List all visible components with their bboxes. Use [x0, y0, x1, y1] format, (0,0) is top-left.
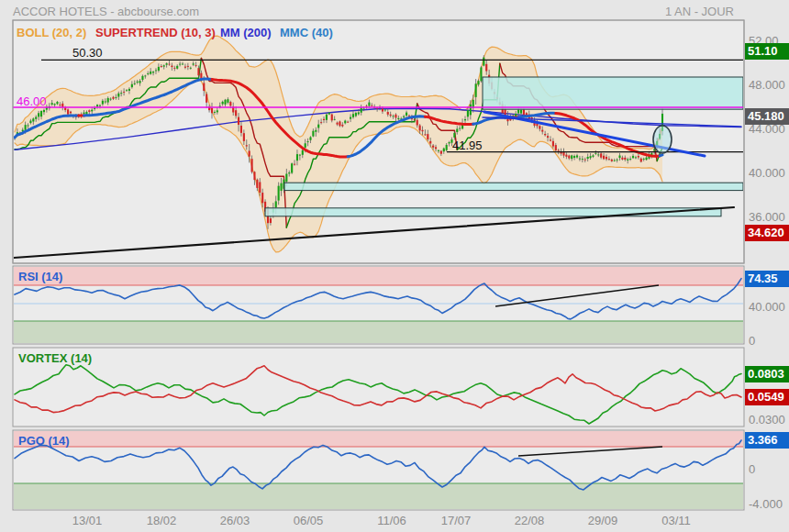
level-label-50-30: 50.30 [72, 46, 103, 60]
price-badge: 51.10 [745, 43, 789, 60]
date-tick[interactable]: 18/02 [147, 514, 177, 527]
legend-item-boll[interactable]: BOLL (20, 2) [17, 26, 86, 39]
vortex-badge: 0.0803 [745, 366, 789, 382]
price-tick: 48.000 [749, 78, 785, 92]
rsi-badge: 74.35 [745, 271, 789, 287]
price-badge: 34.620 [745, 225, 789, 241]
legend-item-supertrend[interactable]: SUPERTREND (10, 3) [95, 26, 216, 39]
price-badge: 45.180 [745, 108, 789, 125]
date-tick[interactable]: 06/05 [294, 514, 324, 527]
chart-canvas [0, 0, 789, 532]
date-tick[interactable]: 29/09 [588, 514, 618, 527]
level-label-41-95: 41.95 [452, 139, 483, 152]
price-tick: 36.000 [749, 210, 785, 224]
vortex-tick: 0.0300 [749, 413, 785, 427]
date-tick[interactable]: 26/03 [220, 514, 250, 527]
abcbourse-chart-page: ACCOR HOTELS - abcbourse.com 1 AN - JOUR… [0, 0, 789, 532]
pgo-tick: -4.000 [749, 497, 783, 511]
rsi-tick: 0 [749, 334, 755, 348]
legend-item-mm[interactable]: MM (200) [220, 26, 272, 39]
price-tick: 40.000 [749, 166, 785, 180]
panel-title-pgo: PGO (14) [18, 434, 70, 448]
date-tick[interactable]: 03/11 [661, 514, 691, 527]
pgo-badge: 3.366 [745, 432, 789, 449]
panel-title-rsi: RSI (14) [18, 270, 62, 283]
legend-item-mmc[interactable]: MMC (40) [280, 26, 333, 39]
date-tick[interactable]: 13/01 [72, 514, 103, 527]
vortex-badge: 0.0549 [745, 389, 789, 405]
panel-title-vortex: VORTEX (14) [18, 351, 92, 365]
date-tick[interactable]: 17/07 [441, 514, 472, 527]
date-tick[interactable]: 22/08 [515, 514, 545, 527]
date-tick[interactable]: 11/06 [377, 514, 406, 527]
pgo-tick: 0 [749, 462, 755, 476]
level-label-46-00: 46.00 [17, 94, 47, 108]
rsi-tick: 40.000 [749, 300, 785, 314]
